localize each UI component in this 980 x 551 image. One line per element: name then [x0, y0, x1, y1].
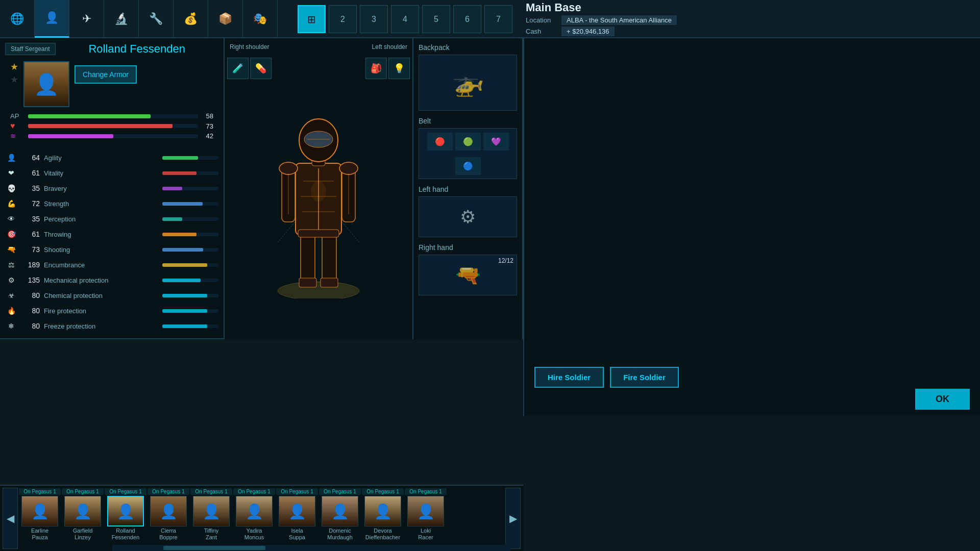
skill-name-2: Bravery: [44, 185, 162, 192]
soldier-portrait-5: 👤: [236, 496, 273, 527]
nav-finance[interactable]: 💰: [174, 0, 208, 38]
soldier-card-2[interactable]: On Pegasus 1 👤 RollandFessenden: [105, 488, 146, 541]
on-label-4: On Pegasus 1: [190, 488, 232, 495]
belt-item-4[interactable]: 🔵: [455, 157, 481, 175]
scroll-right-arrow[interactable]: ▶: [505, 488, 521, 549]
skill-icon-0: 👤: [5, 152, 17, 164]
svg-rect-2: [322, 232, 336, 283]
soldier-name: Rolland Fessenden: [56, 42, 219, 56]
on-label-9: On Pegasus 1: [405, 488, 447, 495]
soldier-name-small-0: EarlinePauza: [31, 528, 48, 541]
hp-icon: ♥: [10, 121, 26, 131]
nav-research[interactable]: 🔬: [104, 0, 139, 38]
nav-globe[interactable]: 🌐: [0, 0, 35, 38]
bottom-scrollbar[interactable]: [112, 545, 510, 551]
skill-bar-bg-11: [162, 324, 218, 328]
hire-soldier-button[interactable]: Hire Soldier: [534, 367, 604, 388]
soldier-card-5[interactable]: On Pegasus 1 👤 YadiraMoncus: [233, 488, 275, 541]
svg-line-22: [278, 222, 295, 242]
tab-2[interactable]: 2: [329, 5, 357, 33]
psi-bar: [28, 134, 113, 138]
skill-bar-bg-5: [162, 233, 218, 236]
tab-4[interactable]: 4: [391, 5, 419, 33]
location-label: Location: [526, 16, 561, 24]
location-value: ALBA - the South American Alliance: [561, 15, 677, 25]
skill-value-2: 35: [20, 184, 40, 192]
tab-3[interactable]: 3: [360, 5, 388, 33]
soldier-card-8[interactable]: On Pegasus 1 👤 DevoraDieffenbacher: [362, 488, 404, 541]
fire-soldier-button[interactable]: Fire Soldier: [610, 367, 679, 388]
right-shoulder-slot-1[interactable]: 🧪: [227, 58, 249, 79]
soldier-name-small-6: IselaSuppa: [289, 528, 305, 541]
hp-bar: [28, 124, 173, 128]
skill-name-10: Fire protection: [44, 307, 162, 315]
right-hand-slot[interactable]: 12/12 🔫: [419, 255, 517, 295]
scroll-left-arrow[interactable]: ◀: [3, 488, 18, 549]
skill-icon-6: 🔫: [5, 243, 17, 256]
right-hand-label: Right hand: [419, 243, 517, 252]
soldier-card-9[interactable]: On Pegasus 1 👤 LokiRacer: [405, 488, 447, 541]
soldier-portrait-9: 👤: [407, 496, 444, 527]
soldier-model: [273, 79, 364, 298]
skill-value-9: 80: [20, 291, 40, 299]
on-label-7: On Pegasus 1: [319, 488, 361, 495]
belt-slot[interactable]: 🔴 🟢 💜 🔵: [419, 128, 517, 179]
belt-item-3[interactable]: 💜: [483, 133, 509, 151]
skill-name-3: Strength: [44, 200, 162, 208]
skill-name-6: Shooting: [44, 246, 162, 254]
right-shoulder-slot-2[interactable]: 💊: [250, 58, 272, 79]
skill-bar-0: [162, 156, 198, 160]
svg-rect-1: [301, 232, 315, 283]
skill-value-8: 135: [20, 276, 40, 284]
nav-aircraft[interactable]: ✈: [69, 0, 104, 38]
soldier-card-0[interactable]: On Pegasus 1 👤 EarlinePauza: [19, 488, 61, 541]
on-label-1: On Pegasus 1: [62, 488, 104, 495]
skill-row-strength: 💪 72 Strength: [5, 196, 218, 211]
svg-rect-18: [298, 230, 339, 237]
left-hand-slot[interactable]: ⚙: [419, 196, 517, 237]
soldier-portrait: 👤: [23, 61, 69, 107]
tab-6[interactable]: 6: [453, 5, 481, 33]
belt-item-2[interactable]: 🟢: [455, 133, 481, 151]
svg-point-19: [311, 181, 326, 202]
nav-storage[interactable]: 📦: [208, 0, 243, 38]
nav-tools[interactable]: 🔧: [139, 0, 174, 38]
star-1: ★: [10, 61, 18, 72]
svg-rect-4: [321, 278, 338, 287]
skill-value-10: 80: [20, 307, 40, 315]
skill-icon-4: 👁: [5, 213, 17, 225]
soldier-card-1[interactable]: On Pegasus 1 👤 GarfieldLinzey: [62, 488, 104, 541]
star-rating: ★ ★: [10, 61, 18, 85]
psi-value: 42: [201, 132, 213, 140]
tab-7[interactable]: 7: [484, 5, 512, 33]
star-2: ★: [10, 74, 18, 85]
ok-button[interactable]: OK: [915, 389, 970, 410]
soldier-card-6[interactable]: On Pegasus 1 👤 IselaSuppa: [276, 488, 318, 541]
left-shoulder-slot-2[interactable]: 💡: [388, 58, 410, 79]
backpack-slot[interactable]: 🚁: [419, 55, 517, 111]
soldier-card-3[interactable]: On Pegasus 1 👤 CierraBoppre: [148, 488, 189, 541]
skill-bar-3: [162, 202, 203, 206]
soldier-name-small-4: TiffinyZant: [204, 528, 219, 541]
change-armor-button[interactable]: Change Armor: [75, 65, 137, 84]
bottom-soldier-bar: ◀ On Pegasus 1 👤 EarlinePauza On Pegasus…: [0, 485, 523, 551]
right-equipment-panel: Backpack 🚁 Belt 🔴 🟢 💜 🔵 Left hand ⚙ Righ…: [413, 38, 523, 339]
belt-item-1[interactable]: 🔴: [427, 133, 453, 151]
skill-row-chemical-protection: ☣ 80 Chemical protection: [5, 288, 218, 303]
skill-bar-bg-8: [162, 279, 218, 282]
center-panel: Right shoulder Left shoulder 🧪 💊 🎒 💡: [225, 38, 413, 339]
soldier-card-7[interactable]: On Pegasus 1 👤 DomenicMurdaugh: [319, 488, 361, 541]
right-panel-container: ▲ ▼ Explosive Mortar Bomb 18x Sludge Mor…: [523, 38, 980, 416]
ap-label: AP: [10, 112, 26, 120]
tab-1[interactable]: ⊞: [298, 5, 326, 33]
nav-soldier[interactable]: 👤: [35, 0, 69, 38]
soldier-card-4[interactable]: On Pegasus 1 👤 TiffinyZant: [190, 488, 232, 541]
skill-row-encumbrance: ⚖ 189 Encumbrance: [5, 258, 218, 272]
skill-icon-11: ❄: [5, 320, 17, 332]
tab-5[interactable]: 5: [422, 5, 450, 33]
right-shoulder-label: Right shoulder: [230, 43, 269, 52]
on-label-6: On Pegasus 1: [276, 488, 318, 495]
nav-intel[interactable]: 🎭: [243, 0, 278, 38]
left-shoulder-slot-1[interactable]: 🎒: [365, 58, 387, 79]
skill-name-0: Agility: [44, 154, 162, 162]
